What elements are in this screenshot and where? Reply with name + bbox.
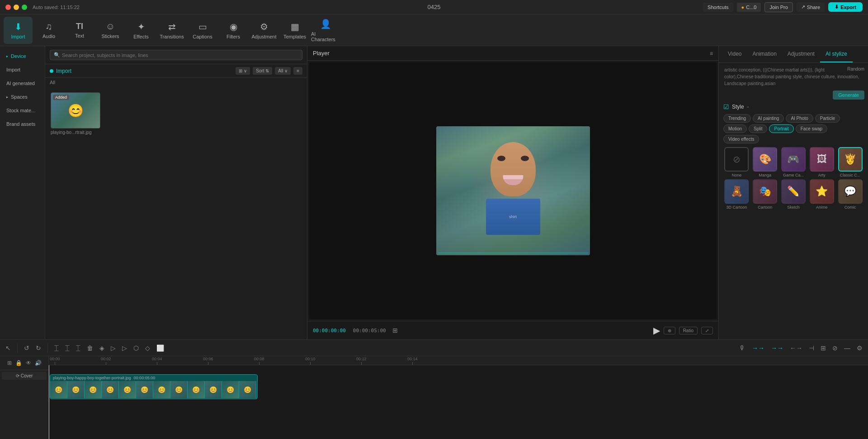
grid-view-button[interactable]: ⊞ ∨ [236,67,250,75]
shape-button[interactable]: ◇ [143,343,152,353]
sidebar-item-spaces[interactable]: ▸ Spaces [2,91,43,103]
tool-captions[interactable]: ▭ Captions [188,17,217,44]
tag-motion[interactable]: Motion [723,124,747,133]
grid-snap-button[interactable]: ⊞ [819,343,828,353]
tool-import[interactable]: ⬇ Import [4,17,33,44]
clip-thumb-2: 😊 [67,381,85,398]
style-anime[interactable]: ⭐ Anime [808,179,835,210]
tool-filters[interactable]: ◉ Filters [219,17,248,44]
box-button[interactable]: ⬜ [155,343,166,353]
tool-adjustment[interactable]: ⚙ Adjustment [250,17,278,44]
tag-face-swap[interactable]: Face swap [796,124,827,133]
delete-button[interactable]: 🗑 [85,343,95,353]
style-arty[interactable]: 🖼 Arty [808,147,835,177]
random-button[interactable]: Random [847,67,864,72]
maximize-button[interactable] [22,5,27,10]
tag-split[interactable]: Split [749,124,767,133]
timeline-playhead[interactable] [49,365,49,439]
main-area: ▸ Device Import AI generated ▸ Spaces St… [0,46,868,339]
user-button[interactable]: ● C...0 [737,3,761,12]
track-add-left[interactable]: →→ [769,343,785,353]
anime-thumb: ⭐ [810,179,834,204]
sidebar-item-import[interactable]: Import [2,63,43,76]
ratio-button[interactable]: Ratio [679,327,698,334]
eye-button[interactable]: 👁 [25,359,32,367]
settings-button[interactable]: ⚙ [855,343,864,353]
tag-particle[interactable]: Particle [815,114,840,123]
tag-portrait[interactable]: Portrait [769,124,793,133]
join-pro-button[interactable]: Join Pro [764,2,793,12]
style-3d-cartoon[interactable]: 🧸 3D Cartoon [723,179,750,210]
stretch-button[interactable]: ←→ [788,343,804,353]
mic-button[interactable]: 🎙 [737,343,747,353]
generate-button[interactable]: Generate [833,91,864,100]
crop-button[interactable]: ⬡ [132,343,141,353]
play-backward-button[interactable]: ▷ [120,343,129,353]
freeze-button[interactable]: ◈ [98,343,106,353]
style-cartoon[interactable]: 🎭 Cartoon [752,179,778,210]
track-clip[interactable]: playing-boy-happy-boy-together-portrait.… [50,374,258,399]
undo-button[interactable]: ↺ [22,343,31,353]
play-forward-button[interactable]: ▷ [109,343,118,353]
track-add-right[interactable]: →→ [750,343,766,353]
style-comic[interactable]: 💬 Comic [837,179,863,210]
audio-track-button[interactable]: 🔊 [34,359,42,367]
tab-animation[interactable]: Animation [747,46,782,62]
style-game-ca[interactable]: 🎮 Game Ca... [780,147,807,177]
shortcuts-button[interactable]: Shortcuts [703,3,733,12]
sidebar-item-stock[interactable]: Stock mate... [2,104,43,117]
zoom-button[interactable]: ⊕ [664,327,675,334]
tag-ai-photo[interactable]: AI Photo [786,114,813,123]
sketch-label: Sketch [787,205,800,210]
share-button[interactable]: ↗ Share [797,2,825,12]
sort-button[interactable]: Sort ⇅ [253,67,272,75]
fullscreen-button[interactable]: ⤢ [701,327,713,334]
close-button[interactable] [5,5,11,10]
tab-video[interactable]: Video [722,46,747,62]
split-right-button[interactable]: ⌶ [74,342,82,354]
loop-button[interactable]: ⊘ [830,343,840,353]
search-input[interactable] [62,52,298,58]
player-right-controls: ▶ ⊕ Ratio ⤢ [653,325,713,336]
tool-ai-characters[interactable]: 👤 AI Characters [311,17,340,44]
style-manga[interactable]: 🎨 Manga [752,147,778,177]
tab-ai-stylize[interactable]: AI stylize [820,46,853,62]
filter-all-button[interactable]: All ∨ [275,67,291,75]
tag-ai-painting[interactable]: AI painting [753,114,784,123]
select-tool-button[interactable]: ↖ [4,343,13,353]
tag-video-effects[interactable]: Video effects [723,135,759,143]
tag-trending[interactable]: Trending [723,114,751,123]
split-left-button[interactable]: ⌶ [63,342,71,354]
play-button[interactable]: ▶ [653,325,660,336]
sidebar-item-device[interactable]: ▸ Device [2,50,43,62]
tool-templates[interactable]: ▦ Templates [280,17,309,44]
tool-effects[interactable]: ✦ Effects [127,17,156,44]
sidebar-item-ai-generated[interactable]: AI generated [2,77,43,90]
minus-button[interactable]: — [842,343,852,353]
style-classic-c[interactable]: 👸 Classic C... [837,147,863,177]
tool-audio[interactable]: ♫ Audio [34,17,63,44]
more-button[interactable]: ≡ [293,67,302,75]
tool-stickers[interactable]: ☺ Stickers [96,17,125,44]
style-none[interactable]: ⊘ None [723,147,750,177]
tool-transitions[interactable]: ⇄ Transitions [157,17,186,44]
tab-adjustment[interactable]: Adjustment [782,46,820,62]
style-checkbox[interactable]: ☑ [723,103,729,110]
anime-label: Anime [816,205,828,210]
style-collapse-arrow[interactable]: − [747,105,750,110]
cover-label[interactable]: ⟳ Cover [2,372,47,380]
snap-button[interactable]: ⊣ [807,343,816,353]
export-button[interactable]: ⬇ Export [828,2,863,12]
style-sketch[interactable]: ✏️ Sketch [780,179,807,210]
grid-view-icon[interactable]: ⊞ [392,327,398,334]
tool-text[interactable]: TI Text [65,17,94,44]
sidebar-item-brand[interactable]: Brand assets [2,118,43,130]
lock-button[interactable]: 🔒 [14,359,23,367]
split-button[interactable]: ⌶ [52,342,61,354]
media-item[interactable]: 😊 Added playing-bo...rtrait.jpg [51,92,100,135]
redo-button[interactable]: ↻ [34,343,43,353]
media-panel: 🔍 Import ⊞ ∨ Sort ⇅ All ∨ ≡ All 😊 Added [45,46,307,339]
minimize-button[interactable] [14,5,19,10]
player-menu-icon[interactable]: ≡ [710,50,713,57]
add-track-button[interactable]: ⊞ [6,359,13,367]
